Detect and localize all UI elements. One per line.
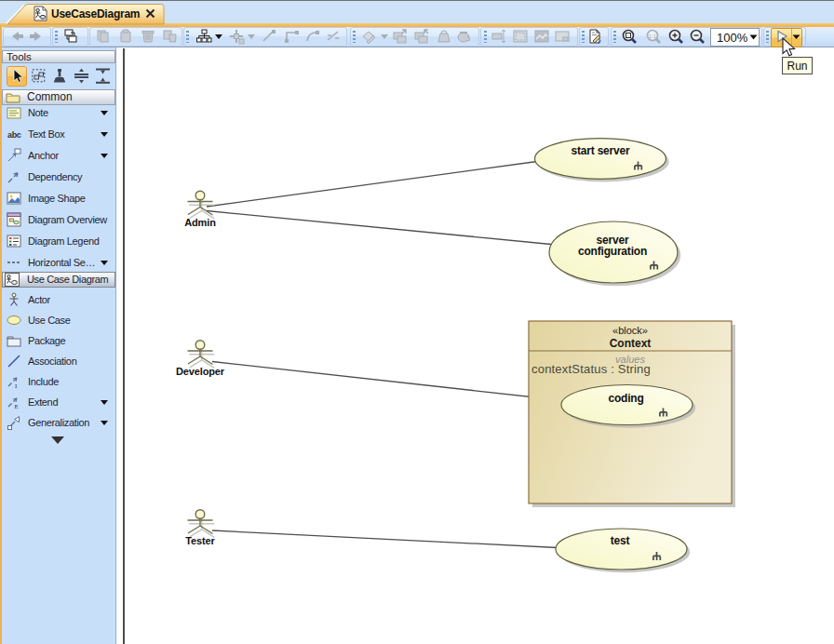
svg-text:Admin: Admin [184, 217, 216, 228]
svg-text:abc: abc [7, 130, 21, 140]
svg-text:«block»: «block» [612, 325, 648, 336]
svg-text:E: E [15, 403, 19, 409]
svg-text:Context: Context [610, 337, 652, 350]
svg-text:coding: coding [608, 392, 643, 405]
svg-text:contextStatus : String: contextStatus : String [531, 362, 651, 376]
svg-text:Tester: Tester [185, 535, 215, 546]
svg-text:Developer: Developer [176, 366, 225, 377]
svg-text:I: I [15, 382, 18, 389]
svg-text:start server: start server [572, 144, 631, 157]
svg-text:test: test [611, 534, 630, 547]
svg-text:configuration: configuration [578, 245, 647, 258]
svg-text:1:1: 1:1 [649, 34, 657, 39]
